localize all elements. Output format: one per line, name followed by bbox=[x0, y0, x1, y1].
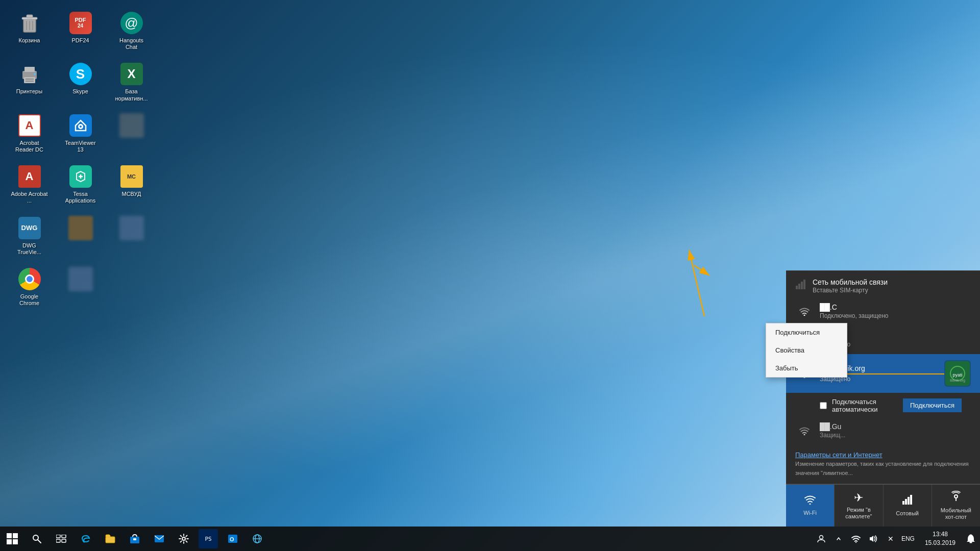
taskbar-powershell-icon[interactable]: PS bbox=[196, 527, 220, 551]
svg-line-34 bbox=[689, 250, 704, 316]
taskbar-edge-icon[interactable] bbox=[74, 527, 98, 551]
taskbar-date: 15.03.2019 bbox=[925, 539, 955, 547]
airplane-quick-tile[interactable]: ✈ Режим "в самолете" bbox=[835, 485, 883, 527]
taskbar-mail-icon[interactable] bbox=[147, 527, 172, 551]
connect-button[interactable]: Подключиться bbox=[903, 398, 962, 412]
tray-mute-icon[interactable]: ✕ bbox=[883, 527, 899, 551]
desktop-icon-pdf24[interactable]: PDF 24 PDF24 bbox=[59, 8, 102, 54]
desktop-icon-dwg[interactable]: DWG DWG TrueVie... bbox=[8, 213, 51, 259]
taskbar-clock[interactable]: 13:48 15.03.2019 bbox=[919, 527, 962, 551]
svg-rect-16 bbox=[801, 282, 803, 289]
svg-rect-15 bbox=[798, 284, 800, 289]
teamviewer-icon bbox=[68, 113, 93, 138]
start-button[interactable] bbox=[0, 527, 24, 551]
recycle-bin-label: Корзина bbox=[19, 37, 40, 44]
desktop-icons-area: Корзина PDF 24 PDF24 @ Hangouts Chat bbox=[5, 5, 158, 312]
svg-rect-2 bbox=[27, 15, 33, 18]
taskbar-settings-icon[interactable] bbox=[172, 527, 196, 551]
desktop-icon-blurred2[interactable] bbox=[59, 213, 102, 259]
cellular-tile-label: Сотовый bbox=[896, 510, 919, 517]
taskbar-tray: ✕ ENG bbox=[811, 527, 919, 551]
network-row-c[interactable]: ██.C Подключено, защищено bbox=[786, 297, 980, 325]
desktop-icon-printers[interactable]: Принтеры bbox=[8, 59, 51, 105]
tessa-icon bbox=[68, 164, 93, 189]
context-menu: Подключиться Свойства Забыть bbox=[766, 323, 847, 378]
taskbar-pinned-apps: PS O bbox=[74, 527, 270, 551]
blurred2-icon bbox=[68, 216, 93, 240]
svg-rect-41 bbox=[62, 539, 66, 542]
desktop-icon-baza[interactable]: X База нормативн... bbox=[110, 59, 153, 105]
teamviewer-label: TeamViewer 13 bbox=[62, 140, 99, 153]
taskbar-notification-icon[interactable] bbox=[962, 527, 980, 551]
svg-point-26 bbox=[810, 504, 811, 505]
hotspot-tile-label: Мобильный хот-спот bbox=[936, 507, 976, 520]
hotspot-quick-tile[interactable]: Мобильный хот-спот bbox=[932, 485, 980, 527]
acrobat-reader-icon: A bbox=[17, 113, 42, 138]
task-view-button[interactable] bbox=[49, 527, 74, 551]
svg-rect-54 bbox=[970, 542, 972, 543]
wifi-tile-label: Wi-Fi bbox=[803, 510, 817, 516]
cellular-quick-tile[interactable]: Сотовый bbox=[884, 485, 932, 527]
msvd-label: МСВУД bbox=[121, 191, 141, 197]
taskbar-explorer-icon[interactable] bbox=[98, 527, 122, 551]
desktop-icon-teamviewer[interactable]: TeamViewer 13 bbox=[59, 110, 102, 156]
taskbar-outlook-icon[interactable]: O bbox=[220, 527, 245, 551]
svg-point-18 bbox=[804, 314, 805, 316]
context-menu-item-properties[interactable]: Свойства bbox=[766, 341, 847, 359]
blurred3-icon bbox=[119, 216, 144, 240]
taskbar-internet-icon[interactable] bbox=[245, 527, 270, 551]
wifi-icon-gu bbox=[795, 426, 814, 435]
wifi-quick-tile[interactable]: Wi-Fi bbox=[786, 485, 835, 527]
quick-tiles: Wi-Fi ✈ Режим "в самолете" Сотовый bbox=[786, 484, 980, 527]
desktop-icon-chrome[interactable]: Google Chrome bbox=[8, 264, 51, 310]
svg-text:pyati: pyati bbox=[952, 372, 962, 378]
desktop-icon-blurred1[interactable] bbox=[110, 110, 153, 156]
context-menu-item-connect[interactable]: Подключиться bbox=[766, 323, 847, 341]
taskbar-store-icon[interactable] bbox=[122, 527, 147, 551]
auto-connect-checkbox[interactable] bbox=[820, 402, 827, 410]
svg-point-46 bbox=[182, 537, 185, 540]
desktop-icon-blurred4[interactable] bbox=[59, 264, 102, 310]
blurred4-icon bbox=[68, 267, 93, 291]
desktop-icon-msvd[interactable]: МС МСВУД bbox=[110, 161, 153, 207]
tray-volume-icon[interactable] bbox=[865, 527, 881, 551]
tray-language-icon[interactable]: ENG bbox=[900, 527, 916, 551]
context-menu-item-forget[interactable]: Забыть bbox=[766, 359, 847, 377]
taskbar: PS O bbox=[0, 527, 980, 551]
tray-network-icon[interactable] bbox=[848, 527, 864, 551]
desktop-icon-blurred3[interactable] bbox=[110, 213, 153, 259]
taskbar-time: 13:48 bbox=[933, 530, 948, 539]
acrobat-reader-label: Acrobat Reader DC bbox=[11, 140, 48, 153]
cellular-tile-icon bbox=[902, 494, 913, 508]
airplane-tile-label: Режим "в самолете" bbox=[839, 507, 878, 520]
tray-chevron-icon[interactable] bbox=[830, 527, 847, 551]
desktop-icon-tessa[interactable]: Tessa Applications bbox=[59, 161, 102, 207]
desktop: Корзина PDF 24 PDF24 @ Hangouts Chat bbox=[0, 0, 980, 551]
chrome-label: Google Chrome bbox=[11, 293, 48, 307]
desktop-icon-recycle-bin[interactable]: Корзина bbox=[8, 8, 51, 54]
desktop-icon-hangouts[interactable]: @ Hangouts Chat bbox=[110, 8, 153, 54]
pdf24-label: PDF24 bbox=[71, 37, 89, 44]
blurred1-icon bbox=[119, 113, 144, 138]
desktop-icon-acrobat-reader[interactable]: A Acrobat Reader DC bbox=[8, 110, 51, 156]
mobile-network-subtitle: Вставьте SIM-карту bbox=[813, 287, 888, 294]
svg-rect-17 bbox=[803, 280, 805, 289]
tray-user-icon[interactable] bbox=[813, 527, 829, 551]
svg-point-53 bbox=[855, 542, 856, 543]
msvd-icon: МС bbox=[119, 164, 144, 189]
adobe-acrobat-icon: A bbox=[17, 164, 42, 189]
network-row-gu[interactable]: ██.Gu Защищ... bbox=[786, 416, 980, 445]
mobile-network-title: Сеть мобильной связи bbox=[813, 278, 888, 286]
svg-text:O: O bbox=[230, 536, 234, 542]
network-panel: Сеть мобильной связи Вставьте SIM-карту … bbox=[786, 270, 980, 527]
skype-icon: S bbox=[68, 62, 93, 86]
desktop-icon-skype[interactable]: S Skype bbox=[59, 59, 102, 105]
search-button[interactable] bbox=[24, 527, 49, 551]
hotspot-tile-icon bbox=[950, 491, 962, 505]
wifi-icon-c bbox=[795, 307, 814, 316]
network-params-link[interactable]: Параметры сети и Интернет bbox=[795, 451, 971, 459]
chrome-icon bbox=[17, 267, 42, 291]
svg-point-13 bbox=[80, 126, 82, 128]
desktop-icon-adobe-acrobat[interactable]: A Adobe Acrobat ... bbox=[8, 161, 51, 207]
auto-connect-label: Подключаться автоматически bbox=[832, 398, 912, 413]
